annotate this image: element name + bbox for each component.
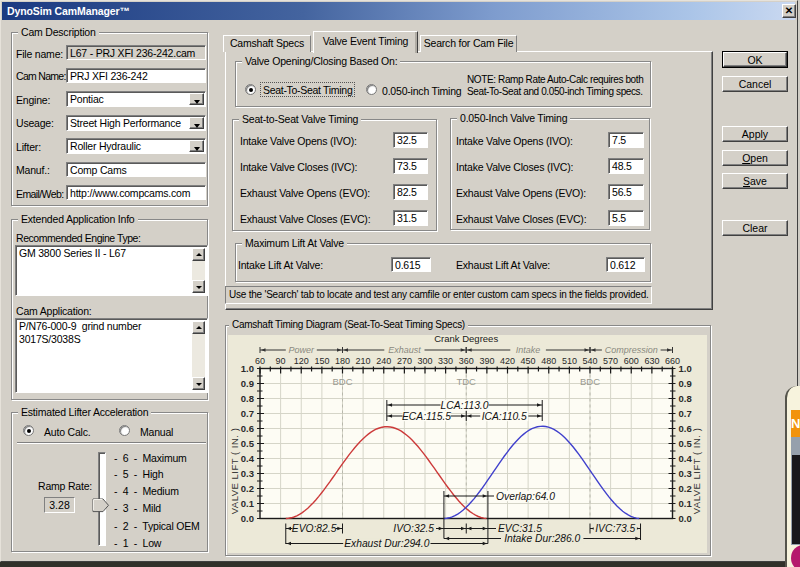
svg-text:390: 390 (479, 356, 494, 366)
svg-text:Intake: Intake (516, 345, 541, 355)
svg-text:600: 600 (624, 356, 639, 366)
svg-text:150: 150 (314, 356, 329, 366)
svg-text:300: 300 (417, 356, 432, 366)
svg-text:0.3: 0.3 (241, 468, 254, 479)
svg-text:Intake Dur:286.0: Intake Dur:286.0 (504, 533, 580, 544)
svg-text:1.0: 1.0 (679, 363, 692, 374)
svg-text:TDC: TDC (456, 376, 476, 387)
svg-text:450: 450 (521, 356, 536, 366)
svg-text:0.7: 0.7 (679, 408, 692, 419)
svg-text:Overlap:64.0: Overlap:64.0 (496, 491, 555, 502)
svg-text:510: 510 (562, 356, 577, 366)
svg-text:0.8: 0.8 (679, 393, 692, 404)
svg-text:IVO:32.5: IVO:32.5 (393, 523, 434, 534)
svg-text:0.6: 0.6 (679, 423, 692, 434)
svg-text:480: 480 (541, 356, 556, 366)
svg-text:EVO:82.5: EVO:82.5 (292, 523, 337, 534)
svg-text:330: 330 (438, 356, 453, 366)
svg-text:0.0: 0.0 (241, 513, 254, 524)
svg-text:Crank Degrees: Crank Degrees (434, 333, 498, 344)
svg-text:180: 180 (335, 356, 350, 366)
svg-text:BDC: BDC (332, 376, 352, 387)
svg-text:0.2: 0.2 (241, 483, 254, 494)
svg-text:420: 420 (500, 356, 515, 366)
svg-text:Exhaust: Exhaust (388, 345, 421, 355)
svg-text:360: 360 (459, 356, 474, 366)
svg-text:BDC: BDC (580, 376, 600, 387)
svg-text:VALVE LIFT ( IN. ): VALVE LIFT ( IN. ) (229, 428, 240, 515)
svg-text:240: 240 (376, 356, 391, 366)
svg-text:570: 570 (603, 356, 618, 366)
svg-text:ICA:110.5: ICA:110.5 (482, 411, 527, 422)
svg-text:IVC:73.5: IVC:73.5 (595, 523, 635, 534)
svg-text:540: 540 (582, 356, 597, 366)
svg-text:0.0: 0.0 (679, 513, 692, 524)
svg-text:0.7: 0.7 (241, 408, 254, 419)
svg-text:0.9: 0.9 (241, 378, 254, 389)
svg-text:0.6: 0.6 (241, 423, 254, 434)
svg-text:0.9: 0.9 (679, 378, 692, 389)
svg-text:1.0: 1.0 (241, 363, 254, 374)
svg-text:0.4: 0.4 (241, 453, 255, 464)
svg-text:630: 630 (644, 356, 659, 366)
svg-text:LCA:113.0: LCA:113.0 (441, 400, 489, 411)
svg-text:90: 90 (276, 356, 286, 366)
svg-text:Power: Power (288, 345, 315, 355)
svg-text:60: 60 (255, 356, 265, 366)
svg-text:Exhaust Dur:294.0: Exhaust Dur:294.0 (344, 538, 430, 549)
svg-text:0.3: 0.3 (679, 468, 692, 479)
svg-text:Compression: Compression (605, 345, 658, 355)
svg-text:VALVE LIFT ( IN. ): VALVE LIFT ( IN. ) (691, 428, 702, 515)
svg-text:0.8: 0.8 (241, 393, 254, 404)
svg-text:120: 120 (294, 356, 309, 366)
svg-text:210: 210 (356, 356, 371, 366)
svg-text:0.5: 0.5 (241, 438, 255, 449)
svg-text:ECA:115.5: ECA:115.5 (402, 411, 451, 422)
svg-text:0.1: 0.1 (241, 498, 255, 509)
svg-text:0.2: 0.2 (679, 483, 692, 494)
svg-text:270: 270 (397, 356, 412, 366)
